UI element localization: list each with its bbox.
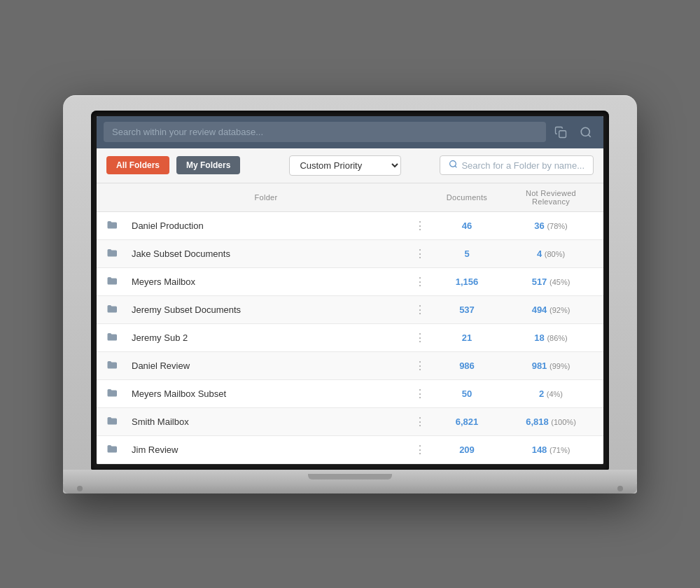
documents-header: Documents: [435, 183, 498, 212]
relevancy-pct: (92%): [550, 306, 570, 314]
search-input[interactable]: [104, 122, 546, 142]
folder-icon: [106, 276, 119, 288]
svg-line-2: [588, 134, 590, 136]
folder-icon-cell: [97, 379, 122, 407]
relevancy-pct: (4%): [547, 390, 563, 398]
not-reviewed-count: 4: [537, 248, 542, 259]
folder-name: Meyers Mailbox Subset: [122, 379, 405, 407]
laptop-bottom-bar: [63, 484, 637, 493]
not-reviewed-count: 6,818: [526, 416, 549, 427]
folders-table: Folder Documents Not Reviewed Relevancy …: [97, 183, 603, 464]
laptop-frame: All Folders My Folders Custom Priority D…: [63, 95, 637, 493]
search-button[interactable]: [575, 123, 596, 141]
folder-icon: [106, 304, 119, 316]
folder-name: Jeremy Subset Documents: [122, 295, 405, 323]
toolbar: All Folders My Folders Custom Priority D…: [97, 148, 603, 183]
row-menu-button[interactable]: ⋮: [405, 211, 435, 239]
laptop-notch: [308, 474, 392, 479]
folder-search-box[interactable]: Search for a Folder by name...: [440, 155, 594, 175]
relevancy-pct: (100%): [551, 418, 575, 426]
relevancy-pct: (99%): [550, 362, 570, 370]
documents-count: 46: [435, 211, 498, 239]
folder-icon: [106, 248, 119, 260]
row-menu-button[interactable]: ⋮: [405, 379, 435, 407]
search-bar: [97, 116, 603, 148]
screen: All Folders My Folders Custom Priority D…: [97, 116, 603, 464]
relevancy-pct: (45%): [550, 278, 570, 286]
folder-name: Smith Mailbox: [122, 407, 405, 435]
folder-icon: [106, 220, 119, 232]
not-reviewed-relevancy: 2 (4%): [498, 379, 603, 407]
not-reviewed-relevancy: 6,818 (100%): [498, 407, 603, 435]
screen-bezel: All Folders My Folders Custom Priority D…: [91, 111, 609, 470]
laptop-base: [63, 470, 637, 484]
svg-rect-0: [559, 130, 566, 137]
priority-select[interactable]: Custom Priority Date Relevancy Name: [289, 155, 401, 176]
documents-count: 6,821: [435, 407, 498, 435]
documents-count: 1,156: [435, 267, 498, 295]
table-row: Jeremy Sub 2 ⋮ 21 18 (86%): [97, 323, 603, 351]
folder-icon-cell: [97, 211, 122, 239]
not-reviewed-count: 148: [532, 444, 547, 455]
not-reviewed-relevancy: 18 (86%): [498, 323, 603, 351]
relevancy-pct: (80%): [545, 250, 565, 258]
folder-icon-cell: [97, 295, 122, 323]
row-menu-button[interactable]: ⋮: [405, 435, 435, 463]
row-menu-button[interactable]: ⋮: [405, 295, 435, 323]
row-menu-button[interactable]: ⋮: [405, 239, 435, 267]
folder-icon: [106, 416, 119, 428]
not-reviewed-count: 18: [534, 332, 544, 343]
folder-icon-cell: [97, 407, 122, 435]
documents-count: 21: [435, 323, 498, 351]
not-reviewed-count: 981: [532, 360, 547, 371]
folder-icon: [106, 332, 119, 344]
folder-icon-cell: [97, 239, 122, 267]
not-reviewed-relevancy: 148 (71%): [498, 435, 603, 463]
folder-search-icon: [449, 160, 458, 171]
folder-icon: [106, 360, 119, 372]
folder-name: Daniel Production: [122, 211, 405, 239]
row-menu-button[interactable]: ⋮: [405, 407, 435, 435]
row-menu-button[interactable]: ⋮: [405, 351, 435, 379]
row-menu-button[interactable]: ⋮: [405, 323, 435, 351]
relevancy-pct: (71%): [550, 446, 570, 454]
documents-count: 50: [435, 379, 498, 407]
folder-icon: [106, 444, 119, 456]
documents-count: 537: [435, 295, 498, 323]
not-reviewed-relevancy: 4 (80%): [498, 239, 603, 267]
folder-icon-cell: [97, 435, 122, 463]
folder-icon-cell: [97, 267, 122, 295]
documents-count: 986: [435, 351, 498, 379]
folders-table-container: Folder Documents Not Reviewed Relevancy …: [97, 183, 603, 464]
folder-name: Jim Review: [122, 435, 405, 463]
folder-search-placeholder: Search for a Folder by name...: [461, 160, 584, 171]
folder-name: Jeremy Sub 2: [122, 323, 405, 351]
documents-count: 5: [435, 239, 498, 267]
copy-button[interactable]: [550, 123, 571, 141]
folder-icon: [106, 388, 119, 400]
table-row: Meyers Mailbox Subset ⋮ 50 2 (4%): [97, 379, 603, 407]
svg-line-4: [455, 166, 456, 167]
folder-name: Meyers Mailbox: [122, 267, 405, 295]
bottom-dot-right: [617, 486, 623, 491]
table-row: Meyers Mailbox ⋮ 1,156 517 (45%): [97, 267, 603, 295]
svg-point-1: [581, 127, 589, 136]
folder-header: Folder: [97, 183, 435, 212]
bottom-dot-left: [77, 486, 83, 491]
table-row: Smith Mailbox ⋮ 6,821 6,818 (100%): [97, 407, 603, 435]
my-folders-button[interactable]: My Folders: [176, 156, 240, 174]
folder-icon-cell: [97, 351, 122, 379]
documents-count: 209: [435, 435, 498, 463]
not-reviewed-relevancy: 494 (92%): [498, 295, 603, 323]
relevancy-pct: (86%): [547, 334, 567, 342]
all-folders-button[interactable]: All Folders: [106, 156, 169, 174]
svg-point-3: [450, 161, 456, 167]
not-reviewed-count: 494: [532, 304, 547, 315]
row-menu-button[interactable]: ⋮: [405, 267, 435, 295]
not-reviewed-relevancy: 36 (78%): [498, 211, 603, 239]
table-row: Jake Subset Documents ⋮ 5 4 (80%): [97, 239, 603, 267]
table-row: Jeremy Subset Documents ⋮ 537 494 (92%): [97, 295, 603, 323]
table-row: Jim Review ⋮ 209 148 (71%): [97, 435, 603, 463]
not-reviewed-relevancy: 517 (45%): [498, 267, 603, 295]
not-reviewed-count: 2: [539, 388, 544, 399]
